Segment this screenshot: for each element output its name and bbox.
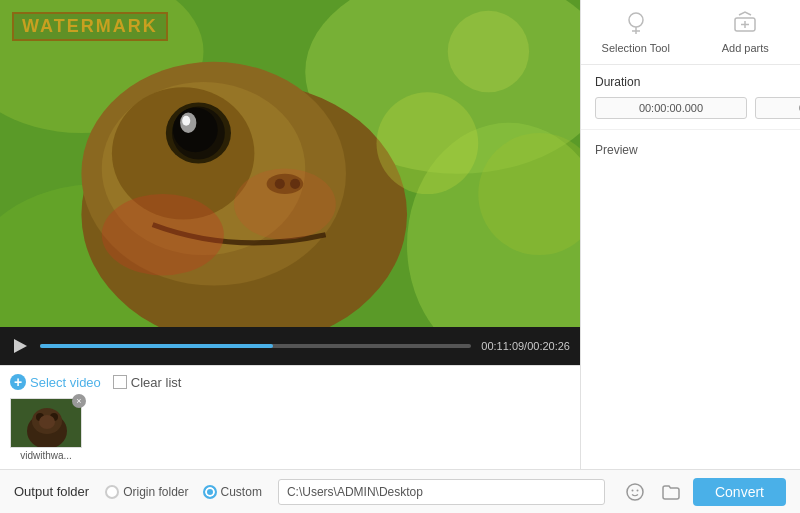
svg-point-13 bbox=[182, 116, 190, 126]
select-video-button[interactable]: + Select video bbox=[10, 374, 101, 390]
origin-folder-radio-label: Origin folder bbox=[123, 485, 188, 499]
video-panel: WATERMARK 00:11:09/00:20:26 + Select vid… bbox=[0, 0, 580, 469]
svg-point-34 bbox=[627, 484, 643, 500]
clear-list-label: Clear list bbox=[131, 375, 182, 390]
media-thumbnail bbox=[10, 398, 82, 448]
media-items-container: × vidwithwa... bbox=[10, 398, 570, 461]
bottom-bar: Output folder Origin folder Custom Conve… bbox=[0, 469, 800, 513]
duration-fields bbox=[595, 97, 786, 119]
folder-icon bbox=[661, 482, 681, 502]
add-parts-icon bbox=[731, 10, 759, 38]
media-list-area: + Select video Clear list bbox=[0, 365, 580, 469]
svg-point-18 bbox=[234, 169, 336, 240]
duration-section: Duration bbox=[581, 65, 800, 130]
selection-tool-label: Selection Tool bbox=[602, 42, 670, 54]
add-parts-button[interactable]: Add parts bbox=[691, 4, 801, 60]
smiley-icon bbox=[625, 482, 645, 502]
emoji-button[interactable] bbox=[621, 478, 649, 506]
progress-fill bbox=[40, 344, 273, 348]
checkbox-icon bbox=[113, 375, 127, 389]
svg-point-36 bbox=[636, 489, 638, 491]
custom-radio[interactable]: Custom bbox=[203, 485, 262, 499]
bear-svg bbox=[11, 399, 82, 448]
selection-tool-icon bbox=[622, 10, 650, 38]
clear-list-button[interactable]: Clear list bbox=[113, 375, 182, 390]
play-button[interactable] bbox=[10, 336, 30, 356]
bottom-actions: Convert bbox=[621, 478, 786, 506]
svg-point-20 bbox=[448, 11, 529, 92]
folder-button[interactable] bbox=[657, 478, 685, 506]
media-list-header: + Select video Clear list bbox=[10, 374, 570, 390]
list-item[interactable]: × vidwithwa... bbox=[10, 398, 82, 461]
time-display: 00:11:09/00:20:26 bbox=[481, 340, 570, 352]
svg-point-17 bbox=[102, 194, 224, 275]
duration-end-input[interactable] bbox=[755, 97, 800, 119]
video-area: WATERMARK bbox=[0, 0, 580, 327]
frog-svg bbox=[0, 0, 580, 327]
select-video-label: Select video bbox=[30, 375, 101, 390]
svg-point-11 bbox=[173, 108, 218, 153]
preview-section: Preview bbox=[581, 130, 800, 469]
main-container: WATERMARK 00:11:09/00:20:26 + Select vid… bbox=[0, 0, 800, 469]
video-frame bbox=[0, 0, 580, 327]
video-controls-bar: 00:11:09/00:20:26 bbox=[0, 327, 580, 365]
preview-label: Preview bbox=[595, 143, 638, 157]
media-item-label: vidwithwa... bbox=[10, 450, 82, 461]
convert-button[interactable]: Convert bbox=[693, 478, 786, 506]
duration-start-input[interactable] bbox=[595, 97, 747, 119]
right-panel: Selection Tool Add parts Duration bbox=[580, 0, 800, 469]
output-folder-label: Output folder bbox=[14, 484, 89, 499]
output-path-input[interactable] bbox=[278, 479, 605, 505]
svg-point-28 bbox=[629, 13, 643, 27]
duration-label: Duration bbox=[595, 75, 786, 89]
custom-radio-circle bbox=[203, 485, 217, 499]
add-parts-label: Add parts bbox=[722, 42, 769, 54]
svg-point-35 bbox=[631, 489, 633, 491]
svg-point-27 bbox=[39, 415, 55, 429]
play-icon bbox=[14, 339, 27, 353]
media-item-close-button[interactable]: × bbox=[72, 394, 86, 408]
watermark-label: WATERMARK bbox=[12, 12, 168, 41]
progress-bar[interactable] bbox=[40, 344, 471, 348]
custom-radio-label: Custom bbox=[221, 485, 262, 499]
origin-folder-radio[interactable]: Origin folder bbox=[105, 485, 188, 499]
radio-group: Origin folder Custom bbox=[105, 485, 262, 499]
right-toolbar: Selection Tool Add parts bbox=[581, 0, 800, 65]
origin-folder-radio-circle bbox=[105, 485, 119, 499]
add-circle-icon: + bbox=[10, 374, 26, 390]
selection-tool-button[interactable]: Selection Tool bbox=[581, 4, 691, 60]
svg-point-19 bbox=[376, 92, 478, 194]
